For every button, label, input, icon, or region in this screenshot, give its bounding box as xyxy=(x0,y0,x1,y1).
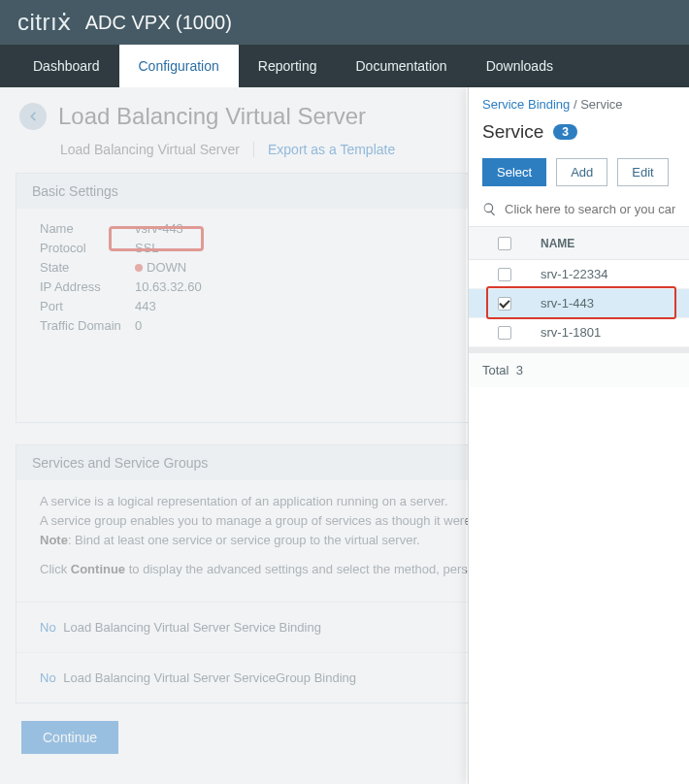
brand-bar: citrıẋ ADC VPX (1000) xyxy=(0,0,689,45)
label-ip: IP Address xyxy=(40,279,135,294)
total-row: Total 3 xyxy=(469,353,689,387)
breadcrumb-service-binding[interactable]: Service Binding xyxy=(482,97,570,112)
label-state: State xyxy=(40,260,135,275)
brand-citrix: citrıẋ xyxy=(17,9,72,36)
tab-downloads[interactable]: Downloads xyxy=(467,45,573,87)
label-traffic-domain: Traffic Domain xyxy=(40,318,135,333)
search-icon xyxy=(482,202,497,216)
back-button[interactable] xyxy=(19,103,47,130)
divider xyxy=(253,142,254,157)
status-dot-icon xyxy=(135,264,143,272)
label-port: Port xyxy=(40,299,135,313)
value-protocol: SSL xyxy=(135,241,159,255)
page-title: Load Balancing Virtual Server xyxy=(58,103,366,130)
tab-documentation[interactable]: Documentation xyxy=(336,45,466,87)
column-name[interactable]: NAME xyxy=(541,237,689,250)
tab-dashboard[interactable]: Dashboard xyxy=(14,45,119,87)
value-traffic-domain: 0 xyxy=(135,318,142,333)
breadcrumb-service: Service xyxy=(580,97,622,112)
table-row[interactable]: srv-1-22334 xyxy=(469,260,689,289)
row-name: srv-1-22334 xyxy=(541,267,689,281)
table-row[interactable]: srv-1-443 xyxy=(469,289,689,318)
table-row[interactable]: srv-1-1801 xyxy=(469,318,689,347)
row-name: srv-1-1801 xyxy=(541,325,689,340)
breadcrumb: Service Binding / Service xyxy=(469,87,689,119)
export-template-link[interactable]: Export as a Template xyxy=(268,142,395,157)
select-button[interactable]: Select xyxy=(482,158,546,186)
add-button[interactable]: Add xyxy=(556,158,607,186)
callout-selected-row xyxy=(486,286,676,319)
value-ip: 10.63.32.60 xyxy=(135,279,202,294)
select-all-checkbox[interactable] xyxy=(498,237,511,250)
table-header: NAME xyxy=(469,227,689,260)
label-protocol: Protocol xyxy=(40,241,135,255)
label-name: Name xyxy=(40,221,135,236)
value-state: DOWN xyxy=(135,260,186,275)
row-checkbox[interactable] xyxy=(498,326,511,340)
page-subtitle: Load Balancing Virtual Server xyxy=(60,142,240,157)
continue-button[interactable]: Continue xyxy=(21,721,118,754)
value-name: vsrv-443 xyxy=(135,221,183,236)
side-panel-title: Service xyxy=(482,121,543,143)
brand-product: ADC VPX (1000) xyxy=(85,12,232,34)
side-panel: Service Binding / Service Service 3 Sele… xyxy=(468,87,689,784)
search-input[interactable] xyxy=(505,202,675,216)
edit-button[interactable]: Edit xyxy=(617,158,668,186)
tab-reporting[interactable]: Reporting xyxy=(239,45,337,87)
count-badge: 3 xyxy=(553,124,577,140)
top-nav: Dashboard Configuration Reporting Docume… xyxy=(0,45,689,87)
row-checkbox[interactable] xyxy=(498,268,511,281)
tab-configuration[interactable]: Configuration xyxy=(119,45,239,87)
value-port: 443 xyxy=(135,299,156,313)
